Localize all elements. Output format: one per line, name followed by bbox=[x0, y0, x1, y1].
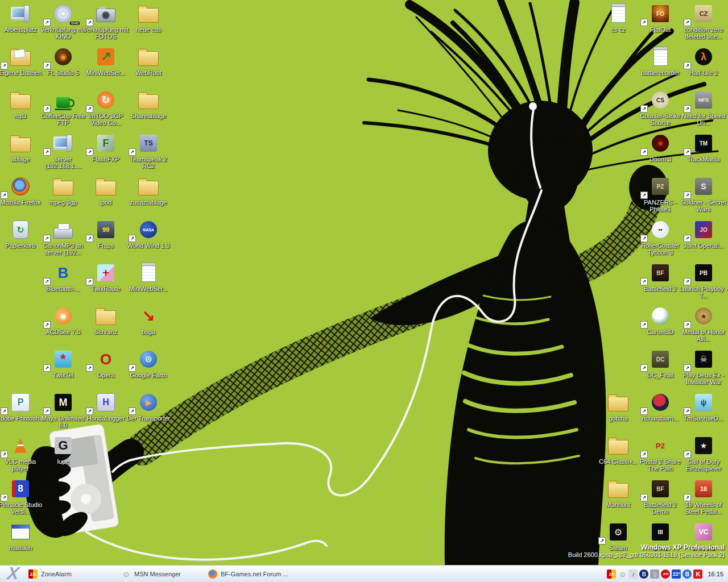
desktop-icon-teamspeak-2-rc2[interactable]: TS↗Teamspeak 2 RC2 bbox=[124, 132, 173, 170]
miniwebser-icon bbox=[124, 261, 173, 284]
desktop-icon-launch-playboy-t[interactable]: PB↗Launch Playboy - T... bbox=[679, 261, 728, 300]
desktop-icon-medal-of-honor-alli[interactable]: ★↗Medal of Honor Alli... bbox=[679, 305, 728, 343]
desktop-icon-coffeecup-free-ftp[interactable]: ↗CoffeeCup Free FTP bbox=[39, 89, 88, 127]
doom-3-icon: ★↗ bbox=[636, 132, 685, 155]
launch-playboy-t-icon: PB↗ bbox=[679, 261, 728, 284]
desktop-icon-counter-strike-source[interactable]: CS↗Counter-Strike Source bbox=[636, 89, 685, 127]
desktop-icon-flatout[interactable]: FO↗FlatOut bbox=[636, 2, 685, 33]
der-transporter-icon: ▶↗ bbox=[124, 391, 173, 414]
volume-tray-icon[interactable]: ♪ bbox=[628, 569, 638, 579]
mpeg-3gp-icon bbox=[39, 175, 88, 198]
desktop-icon-fraps[interactable]: 99↗Fraps bbox=[81, 218, 130, 249]
desktop-icon-canonmp3-an-server-192[interactable]: ↗CanonMP3 an server (192... bbox=[39, 218, 88, 256]
desktop-icon-pinnacle-studio-versi[interactable]: 8↗Pinnacle Studio Versi... bbox=[0, 477, 45, 516]
tmsunrised-icon: ψ↗ bbox=[679, 391, 728, 414]
desktop-icon-neue-cds[interactable]: neue cds bbox=[124, 2, 173, 33]
desktop-icon-imtoo-3gp-video-co[interactable]: ↻↗ImTOO 3GP Video Co... bbox=[81, 89, 130, 127]
desktop-icon-joint-operati[interactable]: JO↗Joint Operati... bbox=[679, 218, 728, 249]
desktop-icon-trackmania[interactable]: TM↗TrackMania bbox=[679, 132, 728, 163]
desktop-icon-twixtel[interactable]: *↗TwixTel bbox=[39, 348, 88, 379]
dc-final-icon: DC↗ bbox=[636, 348, 685, 371]
desktop-icon-zusaztablage[interactable]: zusaztablage bbox=[124, 175, 173, 206]
desktop-icon-miniwebser[interactable]: MiniWebSer... bbox=[124, 261, 173, 292]
taskbar-button-bf-games-forum[interactable]: BF-Games.net Forum ... bbox=[205, 566, 288, 582]
desktop-icon-schranz[interactable]: Schranz bbox=[81, 305, 130, 335]
desktop-icon-condition-zero-deleted-sce[interactable]: CZ↗condition zero deleted sce... bbox=[679, 2, 728, 40]
desktop-icon-battlefield-2-demo[interactable]: BF↗Battlefield 2 Demo bbox=[636, 477, 685, 516]
desktop-icon-shareablage[interactable]: Shareablage bbox=[124, 89, 173, 119]
messenger-buddy-tray-icon[interactable]: ☺ bbox=[618, 569, 627, 579]
desktop-icon-acdsee-7-0[interactable]: ◉↗ACDSee 7.0 bbox=[39, 305, 88, 335]
desktop-icon-server-192-168-1[interactable]: ↗server (192.168.1.... bbox=[39, 132, 88, 170]
counter-strike-source-icon: CS↗ bbox=[636, 89, 685, 111]
desktop-icon-ipod[interactable]: ipod bbox=[81, 175, 130, 206]
taskbar-button-label: BF-Games.net Forum ... bbox=[221, 571, 288, 577]
desktop-icon-bluetooth[interactable]: B↗Bluetooth-... bbox=[39, 261, 88, 292]
desktop-icon-fl-studio-5[interactable]: ◉↗FL Studio 5 bbox=[39, 45, 88, 76]
taskbar-button-zonealarm[interactable]: ZAZoneAlarm bbox=[25, 566, 72, 582]
icon-label: Opera bbox=[97, 372, 115, 379]
desktop-icon-carom3d[interactable]: ↗Carom3D bbox=[636, 305, 685, 335]
antivirus-tray-icon[interactable]: K bbox=[693, 569, 702, 579]
desktop-icon-webroot[interactable]: WebRoot bbox=[124, 45, 173, 76]
desktop-icon-verkn-pfung-mit-fotos[interactable]: ↗Verknüpfung mit FOTOS bbox=[81, 2, 130, 40]
icon-label: Der Transporter bbox=[126, 415, 170, 422]
desktop-icon-panzers-phase1[interactable]: PZ↗PANZERS - Phase1 bbox=[636, 175, 685, 213]
desktop-icon-flashfxp[interactable]: F↗FlashFXP bbox=[81, 132, 130, 163]
desktop-icon-google-earth[interactable]: ⊙↗Google Earth bbox=[124, 348, 173, 379]
desktop-icon-postal-2-share-the-pain[interactable]: P2↗Postal 2 Share The Pain bbox=[636, 434, 685, 472]
device-sync-tray-icon[interactable]: ▯ bbox=[650, 569, 659, 579]
battlefield-2-icon: BF↗ bbox=[636, 261, 685, 284]
desktop-icon-opera[interactable]: O↗Opera bbox=[81, 348, 130, 379]
desktop-icon-battlefield-2[interactable]: BF↗Battlefield 2 bbox=[636, 261, 685, 292]
desktop-icon-verkn-pfung-mit-kino[interactable]: ↗DVDVerknüpfung mit KINO bbox=[39, 2, 88, 40]
shortcut-arrow-icon: ↗ bbox=[684, 19, 691, 26]
ati-tray-icon[interactable]: ATI bbox=[661, 569, 670, 579]
system-tray: ZA☺♪B▯ATI22°BK 16:15 bbox=[607, 566, 726, 582]
desktop-icon-call-of-duty-einzelspieler[interactable]: ★↗Call of Duty Einzelspieler bbox=[679, 434, 728, 472]
shortcut-arrow-icon: ↗ bbox=[1, 192, 8, 199]
weather-temperature-tray-icon[interactable]: 22° bbox=[672, 569, 681, 579]
verkn-pfung-mit-fotos-icon: ↗ bbox=[81, 2, 130, 25]
desktop-icon-18-wheels-of-steel-pedal[interactable]: 18↗18 Wheels of Steel Pedal... bbox=[679, 477, 728, 516]
desktop-icon-tmsunrised[interactable]: ψ↗TmSunriseD... bbox=[679, 391, 728, 422]
desktop-icon-mpeg-3gp[interactable]: mpeg 3gp bbox=[39, 175, 88, 206]
icon-label: Eigene Dateien bbox=[0, 69, 42, 76]
desktop-icon-maya-unlimited-6-0[interactable]: M↗Maya Unlimited 6.0 bbox=[39, 391, 88, 429]
icon-label: gotcha bbox=[609, 415, 627, 422]
start-button[interactable]: X bbox=[2, 564, 24, 582]
desktop-icon-play-deus-ex-invisible-war[interactable]: ☠↗Play Deus Ex - Invisible War bbox=[679, 348, 728, 386]
desktop-icon-world-wind-1-3[interactable]: NASA↗World Wind 1.3 bbox=[124, 218, 173, 249]
shortcut-arrow-icon: ↗ bbox=[43, 321, 51, 329]
bluetooth-dark-tray-icon[interactable]: B bbox=[639, 569, 648, 579]
icon-label: FlatOut bbox=[650, 26, 671, 33]
desktop-icon-twixroute[interactable]: +↗TwixRoute bbox=[81, 261, 130, 292]
zonealarm-tray-icon[interactable]: ZA bbox=[607, 569, 616, 579]
desktop-icon-half-life-2[interactable]: λ↗Half-Life 2 bbox=[679, 45, 728, 76]
icon-label: Battlefield 2 bbox=[644, 285, 676, 292]
bluetooth-tray-icon[interactable]: B bbox=[682, 569, 692, 579]
taskbar-clock[interactable]: 16:15 bbox=[708, 571, 723, 577]
icon-label: Adobe Photosh... bbox=[0, 415, 44, 422]
desktop-icon-richardburn[interactable]: ↗richardburn... bbox=[636, 391, 685, 422]
desktop-icon-dc-final[interactable]: DC↗DC_Final bbox=[636, 348, 685, 379]
world-wind-1-3-icon: NASA↗ bbox=[124, 218, 173, 241]
desktop-icon-doom-3[interactable]: ★↗Doom 3 bbox=[636, 132, 685, 163]
desktop-icon-bsga[interactable]: ↘bsga bbox=[124, 305, 173, 335]
desktop-icon-hondalogger[interactable]: H↗HondaLogger bbox=[81, 391, 130, 422]
shortcut-arrow-icon: ↗ bbox=[684, 494, 691, 501]
icon-label: mpeg 3gp bbox=[49, 199, 77, 206]
desktop-icon-der-transporter[interactable]: ▶↗Der Transporter bbox=[124, 391, 173, 422]
desktop-icon-battlerecorder[interactable]: battlerecorder bbox=[636, 45, 685, 76]
shortcut-arrow-icon: ↗ bbox=[129, 148, 136, 156]
desktop-icon-s-ldner-secret-wars[interactable]: S↗Söldner - Secret Wars bbox=[679, 175, 728, 213]
icon-label: Counter-Strike Source bbox=[636, 113, 685, 127]
desktop-icon-need-for-speed-un[interactable]: NFS↗Need for Speed Un... bbox=[679, 89, 728, 127]
desktop-icon-madskin[interactable]: madskin bbox=[0, 521, 45, 551]
verkn-pfung-mit-kino-icon: ↗DVD bbox=[39, 2, 88, 25]
desktop-icon-miniwebser[interactable]: ↗MiniWebSer... bbox=[81, 45, 130, 76]
shortcut-arrow-icon: ↗ bbox=[86, 278, 93, 285]
taskbar-button-msn-messenger[interactable]: ☺MSN Messenger bbox=[118, 566, 181, 582]
desktop-icon-lupe[interactable]: Glupe bbox=[39, 434, 88, 465]
desktop-icon-rollercoaster-tycoon-3[interactable]: ••↗RollerCoaster Tycoon 3 bbox=[636, 218, 685, 256]
